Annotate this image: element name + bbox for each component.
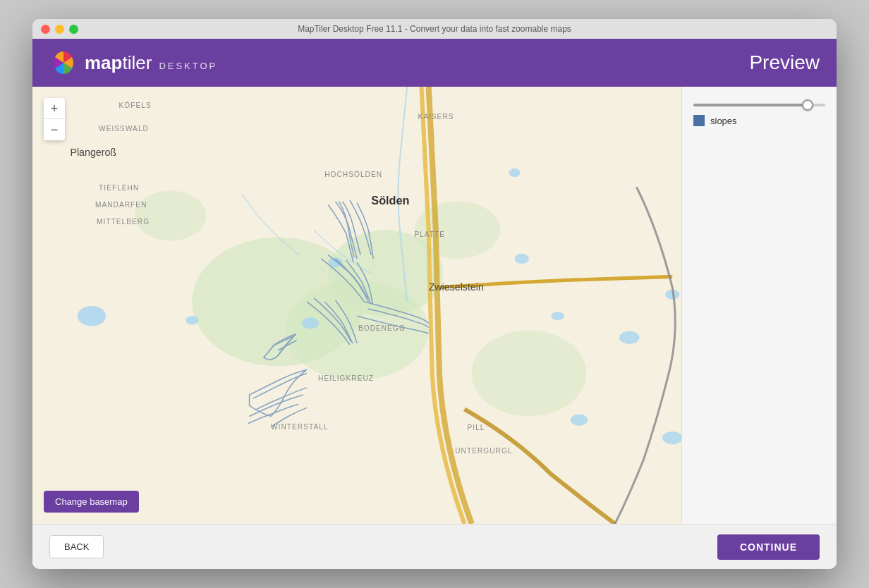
svg-text:WINTERSTALL: WINTERSTALL <box>271 423 329 431</box>
map-zoom-controls: + − <box>44 98 65 140</box>
svg-text:MITTELBERG: MITTELBERG <box>97 218 150 226</box>
map-area: KÖFELS WEISSWALD Plangeroß TIEFLEHN MAND… <box>32 87 837 524</box>
svg-text:Plangeroß: Plangeroß <box>70 147 116 158</box>
svg-point-6 <box>472 331 587 417</box>
svg-point-11 <box>571 414 588 425</box>
svg-text:MANDARFEN: MANDARFEN <box>95 201 147 209</box>
window-controls <box>41 25 78 34</box>
svg-text:Zwieselstein: Zwieselstein <box>429 281 484 293</box>
svg-text:WEISSWALD: WEISSWALD <box>99 125 149 133</box>
opacity-slider-container <box>693 98 825 106</box>
app-window: MapTiler Desktop Free 11.1 - Convert you… <box>32 19 837 569</box>
svg-text:KÖFELS: KÖFELS <box>119 102 152 109</box>
svg-point-17 <box>186 316 198 324</box>
svg-point-10 <box>515 254 529 264</box>
svg-text:Sölden: Sölden <box>371 194 409 207</box>
minimize-button[interactable] <box>55 25 64 34</box>
svg-text:HEILIGKREUZ: HEILIGKREUZ <box>318 374 374 382</box>
svg-point-5 <box>135 190 207 240</box>
svg-text:PILL: PILL <box>468 424 485 431</box>
preview-label: Preview <box>749 51 820 74</box>
zoom-out-button[interactable]: − <box>44 119 65 140</box>
svg-point-7 <box>78 306 107 326</box>
legend-item: slopes <box>693 115 825 126</box>
continue-button[interactable]: CONTINUE <box>717 534 820 560</box>
svg-text:PLATTE: PLATTE <box>414 231 445 238</box>
maximize-button[interactable] <box>69 25 78 34</box>
svg-text:UNTERGURGL: UNTERGURGL <box>455 447 512 455</box>
close-button[interactable] <box>41 25 50 34</box>
svg-text:BODENEGG: BODENEGG <box>358 324 406 332</box>
svg-text:TIEFLEHN: TIEFLEHN <box>99 184 139 192</box>
titlebar: MapTiler Desktop Free 11.1 - Convert you… <box>32 19 837 39</box>
logo-desktop-text: DESKTOP <box>159 61 217 71</box>
svg-text:KAISERS: KAISERS <box>418 113 454 121</box>
legend-label: slopes <box>710 116 737 126</box>
logo-icon <box>49 49 78 77</box>
svg-text:HOCHSÖLDEN: HOCHSÖLDEN <box>324 171 382 178</box>
opacity-slider[interactable] <box>693 104 825 106</box>
map-sidebar: slopes <box>681 87 837 524</box>
svg-point-8 <box>302 317 319 329</box>
footer: BACK CONTINUE <box>32 524 837 569</box>
svg-point-14 <box>509 169 520 177</box>
change-basemap-button[interactable]: Change basemap <box>44 491 139 513</box>
svg-point-15 <box>551 312 564 320</box>
window-title: MapTiler Desktop Free 11.1 - Convert you… <box>298 24 571 34</box>
svg-point-12 <box>619 331 639 344</box>
logo-map-text: map <box>85 52 122 74</box>
zoom-in-button[interactable]: + <box>44 98 65 119</box>
logo-area: maptiler DESKTOP <box>49 49 217 77</box>
logo-text: maptiler DESKTOP <box>85 52 217 74</box>
map-svg: KÖFELS WEISSWALD Plangeroß TIEFLEHN MAND… <box>32 87 681 524</box>
logo-tiler-text: tiler <box>122 52 152 74</box>
legend-color-box <box>693 115 705 126</box>
main-content: KÖFELS WEISSWALD Plangeroß TIEFLEHN MAND… <box>32 87 837 569</box>
app-header: maptiler DESKTOP Preview <box>32 39 837 87</box>
map-container[interactable]: KÖFELS WEISSWALD Plangeroß TIEFLEHN MAND… <box>32 87 681 524</box>
back-button[interactable]: BACK <box>49 535 104 558</box>
